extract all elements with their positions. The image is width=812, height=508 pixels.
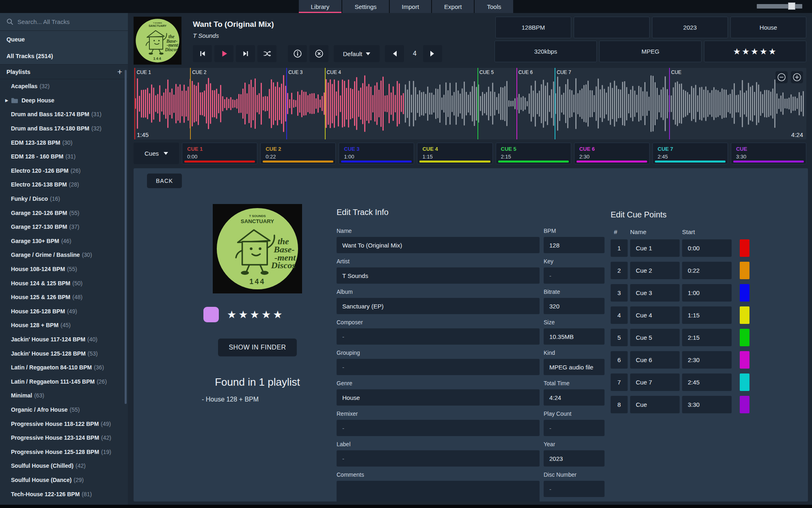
tab-export[interactable]: Export bbox=[432, 0, 474, 13]
sidebar-playlist-item[interactable]: Garage 127-130 BPM(37) bbox=[0, 220, 128, 234]
preset-dropdown[interactable]: Default bbox=[334, 45, 380, 62]
sidebar-playlist-item[interactable]: EDM 128 - 160 BPM(31) bbox=[0, 150, 128, 164]
show-in-finder-button[interactable]: SHOW IN FINDER bbox=[218, 339, 296, 356]
sidebar-playlist-item[interactable]: EDM 123-128 BPM(30) bbox=[0, 135, 128, 150]
sidebar-playlist-item[interactable]: Tech-House 122-126 BPM(81) bbox=[0, 487, 128, 501]
field-input[interactable]: 2023 bbox=[544, 450, 605, 467]
cue-point-name[interactable]: Cue 1 bbox=[630, 239, 680, 257]
shuffle-button[interactable] bbox=[257, 45, 276, 62]
back-button[interactable]: BACK bbox=[147, 174, 182, 188]
sidebar-playlist-item[interactable]: Latin / Reggaeton 111-145 BPM(26) bbox=[0, 374, 128, 389]
sidebar-playlist-item[interactable]: Progressive House 123-124 BPM(42) bbox=[0, 431, 128, 445]
field-input[interactable]: 10.35MB bbox=[544, 328, 605, 345]
sidebar-playlist-item[interactable]: Garage 130+ BPM(46) bbox=[0, 234, 128, 248]
cue-point-start[interactable]: 0:00 bbox=[682, 239, 732, 257]
sidebar-playlist-item[interactable]: House 126-128 BPM(49) bbox=[0, 304, 128, 319]
cue-chip[interactable]: CUE 10:00 bbox=[182, 143, 257, 164]
cue-chip[interactable]: CUE 31:00 bbox=[339, 143, 414, 164]
cue-chip[interactable]: CUE 52:15 bbox=[496, 143, 571, 164]
cue-chip[interactable]: CUE 72:45 bbox=[652, 143, 728, 164]
cue-point-name[interactable]: Cue 4 bbox=[630, 306, 680, 324]
sidebar-item-all-tracks[interactable]: All Tracks (2514) bbox=[0, 48, 128, 64]
field-input[interactable]: - bbox=[544, 267, 605, 284]
sidebar-playlist-item[interactable]: Acapellas(32) bbox=[0, 79, 128, 93]
cue-point-color-swatch[interactable] bbox=[740, 329, 749, 346]
search-input[interactable] bbox=[17, 18, 115, 25]
sidebar-playlist-item[interactable]: Drum and Bass 162-174 BPM(31) bbox=[0, 107, 128, 122]
previous-track-button[interactable] bbox=[193, 45, 212, 62]
add-playlist-button[interactable]: + bbox=[117, 67, 122, 76]
sidebar-playlist-item[interactable]: House 124 & 125 BPM(50) bbox=[0, 276, 128, 290]
cue-point-start[interactable]: 1:15 bbox=[682, 306, 732, 324]
sidebar-playlist-item[interactable]: Electro 126-138 BPM(28) bbox=[0, 178, 128, 192]
field-input[interactable]: 320 bbox=[544, 298, 605, 314]
search-bar[interactable] bbox=[0, 13, 128, 31]
sidebar-playlist-item[interactable]: Latin / Reggaeton 84-110 BPM(36) bbox=[0, 360, 128, 375]
expand-arrow-icon[interactable]: ▶ bbox=[5, 98, 8, 102]
sidebar-playlist-item[interactable]: Funky / Disco(16) bbox=[0, 192, 128, 206]
tab-import[interactable]: Import bbox=[390, 0, 432, 13]
cue-point-name[interactable]: Cue 5 bbox=[630, 329, 680, 346]
rating-stars[interactable]: ★★★★★ bbox=[227, 308, 285, 321]
sidebar-scrollbar[interactable] bbox=[125, 70, 127, 404]
cue-chip[interactable]: CUE 62:30 bbox=[574, 143, 650, 164]
field-input[interactable]: 128 bbox=[544, 237, 605, 253]
cue-point-color-swatch[interactable] bbox=[740, 239, 749, 257]
cue-point-name[interactable]: Cue 7 bbox=[630, 373, 680, 391]
sidebar-playlist-item[interactable]: House 128 + BPM(45) bbox=[0, 318, 128, 332]
field-input[interactable]: - bbox=[337, 420, 540, 436]
cue-point-color-swatch[interactable] bbox=[740, 284, 749, 302]
cue-point-start[interactable]: 1:00 bbox=[682, 284, 732, 302]
waveform[interactable]: CUE 1CUE 2CUE 3CUE 4CUE 5CUE 6CUE 7CUE 1… bbox=[134, 68, 806, 139]
sidebar-playlist-item[interactable]: Organic / Afro House(55) bbox=[0, 403, 128, 417]
volume-slider-thumb[interactable] bbox=[788, 2, 795, 10]
field-input[interactable]: 4:24 bbox=[544, 389, 605, 406]
sidebar-playlist-item[interactable]: Jackin' House 125-128 BPM(53) bbox=[0, 346, 128, 360]
sidebar-playlist-item[interactable]: Minimal(63) bbox=[0, 389, 128, 403]
field-input[interactable]: - bbox=[544, 420, 605, 436]
sidebar-playlist-item[interactable]: Soulful House (Dance)(29) bbox=[0, 473, 128, 487]
cue-point-start[interactable]: 0:22 bbox=[682, 262, 732, 279]
tab-settings[interactable]: Settings bbox=[342, 0, 389, 13]
cue-point-name[interactable]: Cue 2 bbox=[630, 262, 680, 279]
field-input[interactable]: - bbox=[337, 450, 540, 467]
sidebar-playlist-item[interactable]: ▶Deep House bbox=[0, 93, 128, 108]
cue-chip[interactable]: CUE 20:22 bbox=[260, 143, 336, 164]
field-input[interactable]: MPEG audio file bbox=[544, 359, 605, 375]
cue-point-start[interactable]: 2:15 bbox=[682, 329, 732, 346]
field-input[interactable]: Sanctuary (EP) bbox=[337, 298, 540, 314]
sidebar-playlist-item[interactable]: Drum and Bass 174-180 BPM(32) bbox=[0, 122, 128, 136]
sidebar-item-queue[interactable]: Queue bbox=[0, 31, 128, 48]
tab-tools[interactable]: Tools bbox=[475, 0, 513, 13]
cue-chip[interactable]: CUE3:30 bbox=[731, 143, 806, 164]
field-input[interactable]: - bbox=[337, 359, 540, 375]
sidebar-playlist-item[interactable]: Garage / Grime / Bassline(30) bbox=[0, 248, 128, 262]
cue-point-start[interactable]: 2:30 bbox=[682, 351, 732, 369]
tab-library[interactable]: Library bbox=[299, 0, 342, 13]
volume-slider[interactable] bbox=[757, 4, 802, 9]
field-input[interactable]: House bbox=[337, 389, 540, 406]
track-color-swatch[interactable] bbox=[203, 307, 219, 322]
field-input[interactable] bbox=[337, 481, 540, 501]
page-previous-button[interactable] bbox=[385, 45, 404, 62]
sidebar-playlist-item[interactable]: Jackin' House 117-124 BPM(40) bbox=[0, 332, 128, 347]
field-input[interactable]: Want To (Original Mix) bbox=[337, 237, 540, 253]
page-next-button[interactable] bbox=[423, 45, 442, 62]
cue-point-name[interactable]: Cue 3 bbox=[630, 284, 680, 302]
sidebar-playlist-item[interactable]: Soulful House (Chilled)(42) bbox=[0, 459, 128, 473]
field-input[interactable]: - bbox=[544, 481, 605, 497]
cue-point-start[interactable]: 2:45 bbox=[682, 373, 732, 391]
info-button[interactable] bbox=[288, 45, 307, 62]
sidebar-playlist-item[interactable]: House 125 & 126 BPM(48) bbox=[0, 290, 128, 304]
cue-point-color-swatch[interactable] bbox=[740, 351, 749, 369]
field-input[interactable]: - bbox=[337, 328, 540, 345]
sidebar-playlist-item[interactable]: Electro 120 -126 BPM(26) bbox=[0, 164, 128, 178]
cues-dropdown[interactable]: Cues bbox=[134, 143, 179, 164]
cancel-button[interactable] bbox=[309, 45, 328, 62]
play-button[interactable] bbox=[214, 45, 233, 62]
cue-point-color-swatch[interactable] bbox=[740, 396, 749, 413]
sidebar-playlist-item[interactable]: Progressive House 118-122 BPM(49) bbox=[0, 417, 128, 431]
sidebar-playlist-item[interactable]: Progressive House 125-128 BPM(19) bbox=[0, 445, 128, 459]
cue-point-start[interactable]: 3:30 bbox=[682, 396, 732, 413]
cue-point-name[interactable]: Cue 6 bbox=[630, 351, 680, 369]
